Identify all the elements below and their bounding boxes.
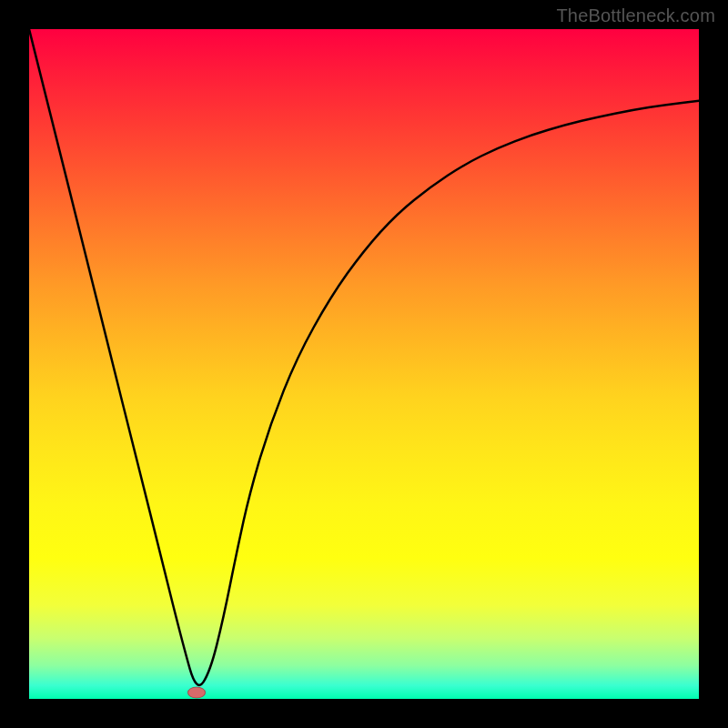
chart-plot-area: [29, 29, 699, 699]
bottleneck-curve: [29, 29, 699, 699]
curve-path: [29, 29, 699, 685]
watermark-text: TheBottleneck.com: [556, 5, 715, 26]
minimum-marker: [187, 686, 206, 698]
